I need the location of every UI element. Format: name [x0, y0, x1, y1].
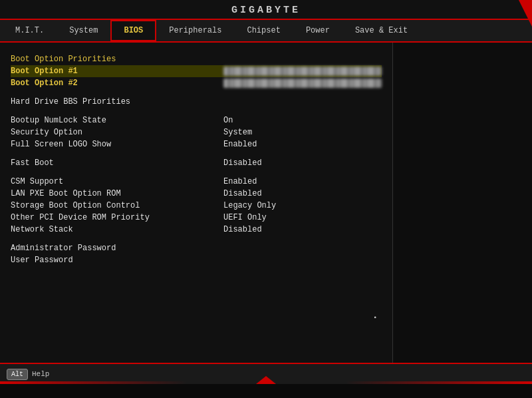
storage-boot-value: Legacy Only: [223, 201, 382, 210]
main-area: Boot Option Priorities Boot Option #1 Bo…: [0, 43, 532, 363]
header: GIGABYTE: [0, 0, 532, 20]
admin-password-label: Administrator Password: [11, 244, 223, 253]
footer: Alt Help: [0, 363, 532, 384]
admin-password-row[interactable]: Administrator Password: [11, 242, 382, 254]
tab-system[interactable]: System: [57, 21, 110, 41]
full-screen-logo-value: Enabled: [223, 140, 382, 149]
fast-boot-value: Disabled: [223, 158, 382, 168]
user-password-label: User Password: [11, 256, 223, 265]
other-pci-value: UEFI Only: [223, 213, 382, 222]
storage-boot-row[interactable]: Storage Boot Option Control Legacy Only: [11, 200, 382, 212]
full-screen-logo-row[interactable]: Full Screen LOGO Show Enabled: [11, 138, 382, 150]
csm-support-value: Enabled: [223, 177, 382, 186]
fast-boot-row[interactable]: Fast Boot Disabled: [11, 157, 382, 169]
network-stack-row[interactable]: Network Stack Disabled: [11, 224, 382, 236]
boot-option-2-row[interactable]: Boot Option #2: [11, 77, 382, 89]
tab-power[interactable]: Power: [293, 21, 342, 41]
section-boot-title: Boot Option Priorities: [11, 55, 382, 64]
tab-chipset[interactable]: Chipset: [234, 21, 293, 41]
security-option-label: Security Option: [11, 128, 223, 137]
alt-key: Alt: [7, 369, 28, 380]
tab-save-exit[interactable]: Save & Exit: [342, 21, 420, 41]
lan-pxe-value: Disabled: [223, 189, 382, 198]
fast-boot-label: Fast Boot: [11, 158, 223, 168]
boot-option-1-value: [223, 67, 382, 76]
footer-triangle: [256, 376, 276, 384]
bootup-numlock-value: On: [223, 116, 382, 125]
full-screen-logo-label: Full Screen LOGO Show: [11, 140, 223, 149]
csm-support-row[interactable]: CSM Support Enabled: [11, 176, 382, 188]
hard-drive-bbs-label: Hard Drive BBS Priorities: [11, 97, 223, 106]
sidebar-right: [392, 43, 532, 363]
storage-boot-label: Storage Boot Option Control: [11, 201, 223, 210]
footer-line-left: [0, 381, 186, 384]
lan-pxe-label: LAN PXE Boot Option ROM: [11, 189, 223, 198]
boot-option-2-value: [223, 79, 382, 88]
help-label: Help: [32, 370, 49, 378]
network-stack-value: Disabled: [223, 225, 382, 234]
nav-bar: M.I.T. System BIOS Peripherals Chipset P…: [0, 20, 532, 43]
footer-line-right: [346, 381, 532, 384]
csm-support-label: CSM Support: [11, 177, 223, 186]
tab-mit[interactable]: M.I.T.: [3, 21, 57, 41]
security-option-row[interactable]: Security Option System: [11, 126, 382, 138]
boot-option-1-row[interactable]: Boot Option #1: [11, 65, 382, 77]
boot-option-2-label: Boot Option #2: [11, 79, 223, 88]
bootup-numlock-label: Bootup NumLock State: [11, 116, 223, 125]
lan-pxe-row[interactable]: LAN PXE Boot Option ROM Disabled: [11, 188, 382, 200]
network-stack-label: Network Stack: [11, 225, 223, 234]
boot-option-1-label: Boot Option #1: [11, 67, 223, 76]
bootup-numlock-row[interactable]: Bootup NumLock State On: [11, 114, 382, 126]
user-password-row[interactable]: User Password: [11, 254, 382, 266]
brand-title: GIGABYTE: [231, 5, 301, 16]
tab-peripherals[interactable]: Peripherals: [156, 21, 234, 41]
security-option-value: System: [223, 128, 382, 137]
other-pci-row[interactable]: Other PCI Device ROM Priority UEFI Only: [11, 212, 382, 224]
other-pci-label: Other PCI Device ROM Priority: [11, 213, 223, 222]
hard-drive-bbs-row[interactable]: Hard Drive BBS Priorities: [11, 96, 382, 108]
content-panel: Boot Option Priorities Boot Option #1 Bo…: [0, 43, 392, 363]
tab-bios[interactable]: BIOS: [110, 20, 156, 41]
